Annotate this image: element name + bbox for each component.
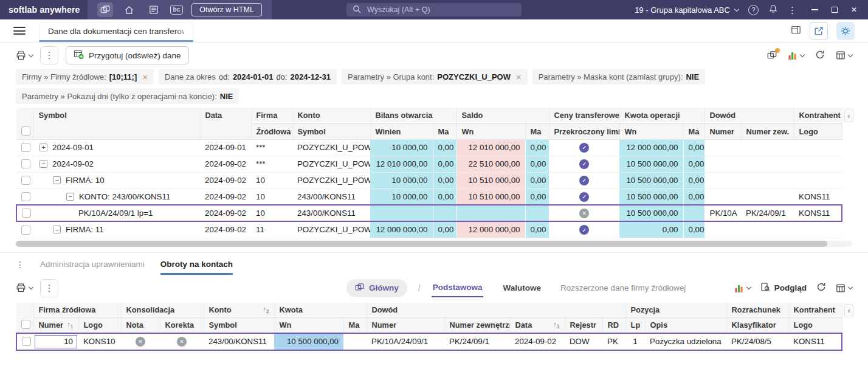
collapse-icon[interactable] xyxy=(53,226,61,233)
col-numer-zewnetrzny[interactable]: Numer zewnętrzny xyxy=(444,318,510,333)
col-group-bilans[interactable]: Bilans otwarcia xyxy=(370,108,456,123)
assistant-icon[interactable] xyxy=(836,22,855,40)
maximize-button[interactable] xyxy=(832,7,838,13)
col-symbol[interactable]: Symbol xyxy=(33,108,200,139)
search-input[interactable] xyxy=(366,5,515,15)
col-group-kwota[interactable]: Kwota operacji xyxy=(619,108,704,123)
menu-hamburger-icon[interactable] xyxy=(13,27,26,35)
refresh-icon[interactable] xyxy=(815,50,825,61)
close-icon[interactable] xyxy=(516,72,522,81)
open-in-html-button[interactable]: Otwórz w HTML xyxy=(191,3,262,16)
prepare-data-button[interactable]: Przygotuj (odśwież) dane xyxy=(66,46,189,64)
print-button[interactable] xyxy=(16,50,33,61)
grid-settings-button[interactable] xyxy=(836,283,852,293)
table-row-selected[interactable]: PK/10A/24/09/1 lp=1 2024-09-02 10 243/00… xyxy=(16,205,842,221)
col-dowod-numer[interactable]: Numer xyxy=(704,123,741,139)
bc-app-icon[interactable]: bc xyxy=(170,5,184,15)
dual-screens-button[interactable] xyxy=(767,50,777,60)
col-rd[interactable]: RD xyxy=(602,318,625,333)
col-zrodlowa[interactable]: Źródłowa xyxy=(251,123,292,139)
bell-icon[interactable] xyxy=(768,4,778,16)
col-konto-symbol[interactable]: Symbol xyxy=(292,123,370,139)
view-glowny-button[interactable]: Główny xyxy=(346,279,407,297)
row-checkbox[interactable] xyxy=(21,226,30,235)
more-actions-button[interactable] xyxy=(40,279,58,297)
minimize-button[interactable] xyxy=(811,9,818,10)
col-klasyfikator[interactable]: Klasyfikator xyxy=(726,318,788,333)
col-group-saldo[interactable]: Saldo xyxy=(456,108,549,123)
dual-screens-icon[interactable] xyxy=(97,2,113,17)
col-group-firma-zrodlowa[interactable]: Firma źródłowa xyxy=(33,303,121,318)
col-dowod-numer[interactable]: Numer xyxy=(367,318,444,333)
numer-editor-input[interactable] xyxy=(35,335,77,348)
table-row[interactable]: 2024-09-02 2024-09-02 *** POZYCZKI_U_POW… xyxy=(16,156,842,172)
filter-account-group[interactable]: Parametry » Grupa kont:POZYCZKI_U_POW xyxy=(342,69,528,85)
collapse-icon[interactable] xyxy=(40,160,47,168)
col-group-konsolidacja[interactable]: Konsolidacja xyxy=(121,303,204,318)
tab-transfer-pricing-data[interactable]: Dane dla dokumentacji cen transferow xyxy=(39,22,193,42)
table-row-selected[interactable]: KONS10 243/00/KONS11 10 500 000,00 PK/10… xyxy=(16,333,842,350)
view-walutowe[interactable]: Walutowe xyxy=(503,283,541,292)
table-row[interactable]: 2024-09-01 2024-09-01 *** POZYCZKI_U_POW… xyxy=(16,139,842,156)
print-button[interactable] xyxy=(16,283,33,293)
filter-source-companies[interactable]: Firmy » Firmy źródłowe:[10;11;] xyxy=(16,69,154,85)
table-row[interactable]: FIRMA: 11 2024-09-02 11 POZYCZKI_U_POW 1… xyxy=(16,221,842,238)
tab-administracja-uprawnieniami[interactable]: Administracja uprawnieniami xyxy=(40,260,145,275)
row-checkbox[interactable] xyxy=(21,143,30,152)
cell-wn[interactable]: 10 500 000,00 xyxy=(274,333,343,350)
collapse-icon[interactable] xyxy=(66,193,74,201)
tab-list-menu-icon[interactable] xyxy=(16,260,24,275)
col-group-kontrahent[interactable]: Kontrahent xyxy=(788,303,842,318)
expand-icon[interactable] xyxy=(40,143,47,151)
col-rejestr[interactable]: Rejestr xyxy=(565,318,602,333)
tab-obroty-na-kontach[interactable]: Obroty na kontach xyxy=(160,260,233,275)
filter-period[interactable]: Dane za okres od:2024-01-01 do:2024-12-3… xyxy=(159,69,337,85)
chart-button[interactable] xyxy=(734,283,751,293)
select-all-checkbox[interactable] xyxy=(21,320,30,329)
col-numer[interactable]: Numer1 xyxy=(33,318,78,333)
col-firma[interactable]: Firma xyxy=(251,108,292,123)
col-winien[interactable]: Winien xyxy=(370,123,433,139)
col-group-kwota[interactable]: Kwota xyxy=(274,303,367,318)
more-actions-button[interactable] xyxy=(40,46,58,64)
chart-button[interactable] xyxy=(788,50,804,60)
filter-show-days[interactable]: Parametry » Pokazuj dni (tylko z operacj… xyxy=(16,88,239,104)
share-icon[interactable] xyxy=(810,22,828,40)
col-lp[interactable]: Lp xyxy=(625,318,645,333)
col-nota[interactable]: Nota xyxy=(121,318,160,333)
company-selector[interactable]: 19 - Grupa kapitałowa ABC xyxy=(635,5,739,15)
global-search[interactable] xyxy=(346,3,522,16)
col-ma[interactable]: Ma xyxy=(343,318,367,333)
col-group-konto[interactable]: Konto2 xyxy=(204,303,274,318)
col-kwota-wn[interactable]: Wn xyxy=(619,123,683,139)
col-group-pozycja[interactable]: Pozycja xyxy=(625,303,726,318)
col-group-dowod[interactable]: Dowód xyxy=(367,303,625,318)
home-icon[interactable] xyxy=(122,2,137,17)
col-limit[interactable]: Przekroczony limit xyxy=(549,123,619,139)
col-firma-logo[interactable]: Logo xyxy=(78,318,121,333)
topbar-kebab-icon[interactable] xyxy=(788,5,797,15)
help-icon[interactable] xyxy=(748,5,759,15)
col-bilans-ma[interactable]: Ma xyxy=(433,123,456,139)
layout-panel-icon[interactable] xyxy=(791,25,801,37)
col-data[interactable]: Data xyxy=(200,108,251,139)
grid-settings-button[interactable] xyxy=(836,50,852,60)
filter-account-mask[interactable]: Parametry » Maska kont (zamiast grupy):N… xyxy=(532,69,705,85)
col-data[interactable]: Data3 xyxy=(510,318,565,333)
col-wn[interactable]: Wn xyxy=(274,318,343,333)
col-group-ceny[interactable]: Ceny transferowe xyxy=(549,108,619,123)
col-group-rozrachunek[interactable]: Rozrachunek xyxy=(726,303,788,318)
preview-button[interactable]: Podgląd xyxy=(760,282,807,294)
scrollbar-thumb[interactable] xyxy=(16,241,827,247)
col-dowod-numer-zew[interactable]: Numer zew. xyxy=(741,123,794,139)
row-checkbox[interactable] xyxy=(21,159,30,168)
close-button[interactable] xyxy=(851,5,857,14)
row-checkbox[interactable] xyxy=(22,337,31,346)
collapse-icon[interactable] xyxy=(53,176,61,184)
view-podstawowa[interactable]: Podstawowa xyxy=(432,278,484,297)
form-icon[interactable] xyxy=(146,2,162,17)
horizontal-scrollbar[interactable] xyxy=(16,241,852,247)
col-saldo-wn[interactable]: Wn xyxy=(456,123,525,139)
row-checkbox[interactable] xyxy=(21,176,30,185)
col-saldo-ma[interactable]: Ma xyxy=(525,123,549,139)
